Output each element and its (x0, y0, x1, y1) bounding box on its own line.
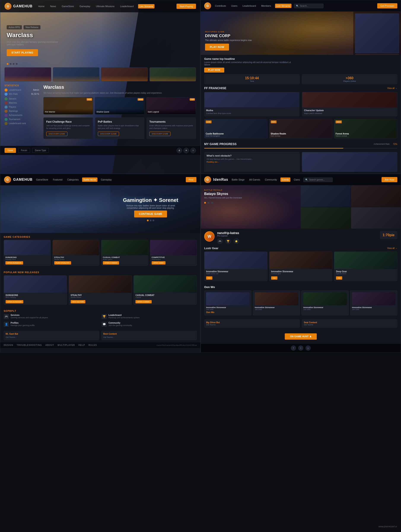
dot-3[interactable] (13, 63, 14, 65)
p4-oonwo-card-4[interactable]: Innovative Stonewear 100 1000 (350, 290, 397, 316)
bottom-nav-forum[interactable]: Forum (18, 148, 30, 153)
p4-nav-1[interactable]: Battle Siege (230, 177, 246, 182)
nav-gameplay[interactable]: Gameplay (78, 4, 92, 8)
social-icon-3[interactable]: ⚔ (190, 148, 196, 153)
p4-gear-btn-1[interactable]: Get (206, 276, 212, 280)
p4-gear-btn-3[interactable]: Get (336, 276, 342, 280)
p3-game-btn-1[interactable]: OPEN DUNGEON (6, 300, 23, 303)
hero-cta-button[interactable]: Start Playing (7, 49, 38, 56)
p4-dot-2[interactable] (208, 202, 209, 204)
p4-mini-hero-3[interactable] (301, 207, 351, 229)
nav-news[interactable]: News (49, 4, 58, 8)
nav-home[interactable]: Home (37, 4, 46, 8)
feature-btn-2[interactable]: DISCOVER GAME (98, 132, 119, 136)
p2-news-card-2[interactable]: Character Update Major patch released (302, 92, 397, 116)
p3-footer-link-3[interactable]: About (45, 344, 54, 346)
p4-mini-hero-4[interactable] (351, 207, 401, 229)
p3-dot-2[interactable] (150, 220, 151, 221)
p3-cat-btn-3[interactable]: OPEN COMBAT (103, 261, 119, 265)
game-card-1[interactable]: Fire Warrior HOT (43, 97, 93, 114)
nav-gamestore[interactable]: GameStore (60, 4, 75, 8)
feature-btn-1[interactable]: DISCOVER GAME (46, 132, 67, 136)
p3-footer-link-4[interactable]: Multiplayer (58, 344, 75, 346)
p4-nav-3[interactable]: Community (264, 177, 278, 182)
social-icon-1[interactable]: ♟ (176, 148, 182, 153)
nav-leaderboard[interactable]: Leaderboard (119, 4, 135, 8)
p3-game-1[interactable]: DUNGEONS RPG Fantasy OPEN DUNGEON (4, 275, 67, 305)
p4-oonwo-cta[interactable]: ON GAME HUNT ♟ (285, 333, 317, 340)
p4-oonwo-card-3[interactable]: Innovative Stonewear 100 1000 (301, 290, 349, 316)
nav-streams[interactable]: Live Streams (138, 4, 155, 8)
p3-dot-1[interactable] (147, 220, 149, 221)
p2-side-thumb-2[interactable] (355, 54, 399, 55)
p4-mini-hero-2[interactable] (351, 185, 401, 207)
p2-match-card-1[interactable]: LIVE Castle Battlezone Enter the dungeon (204, 119, 267, 138)
p2-nav-leaderboard[interactable]: Leaderboard (241, 4, 257, 8)
social-icon-2[interactable]: ★ (183, 148, 189, 153)
p2-side-thumb-1[interactable] (355, 13, 399, 53)
p2-match-card-2[interactable]: HOT Shadow Realm Dark fantasy (269, 119, 332, 138)
thumbnail-4[interactable] (149, 67, 196, 81)
p2-nav-btn[interactable]: Get Premium (377, 3, 397, 8)
p3-game-btn-3[interactable]: OPEN COMBAT (136, 300, 152, 303)
p4-gear-card-1[interactable]: Innovative Stonewear Battle armor set Ge… (204, 252, 267, 281)
p2-nav-users[interactable]: Users (230, 4, 239, 8)
p4-gear-card-3[interactable]: Deep Gear Special items Get (334, 252, 397, 281)
p3-nav-featured[interactable]: Featured (52, 177, 64, 182)
p4-oonwo-card-1[interactable]: Innovative Stonewear 100 1000 Oon Wo (204, 290, 252, 316)
p4-dot-3[interactable] (211, 202, 213, 204)
p3-cat-3[interactable]: CASUAL COMBAT Action game OPEN COMBAT (101, 240, 148, 266)
p4-search-input[interactable] (309, 178, 331, 181)
game-card-2[interactable]: Shadow Quest NEW (95, 97, 145, 114)
p3-nav-battle[interactable]: Battle Mode (82, 177, 97, 182)
p3-cat-4[interactable]: COMPETITIVE Tournament OPEN GAME (150, 240, 197, 266)
p3-cat-2[interactable]: STEALTHY Stealth action PLAY STEALTHY (52, 240, 100, 266)
social-facebook-icon[interactable]: f (291, 345, 296, 351)
bottom-nav-home[interactable]: Home (5, 148, 16, 153)
p4-profile-icon-2[interactable]: 🏆 (225, 238, 231, 244)
p3-nav-cats[interactable]: Categories (66, 177, 80, 182)
thumbnail-3[interactable] (101, 67, 148, 81)
thumbnail-2[interactable] (53, 67, 100, 81)
p2-search-input[interactable] (300, 5, 322, 7)
social-twitter-icon[interactable]: t (298, 345, 303, 351)
p3-game-2[interactable]: STEALTHY Stealth Action BEST ACTION (69, 275, 132, 305)
feature-btn-3[interactable]: DISCOVER GAME (149, 132, 170, 136)
p4-nav-2[interactable]: All Games (248, 177, 262, 182)
p3-cat-btn-4[interactable]: OPEN GAME (152, 261, 166, 265)
p3-nav-btn[interactable]: Find (186, 177, 196, 182)
p3-game-btn-2[interactable]: BEST ACTION (71, 300, 85, 303)
p3-footer-link-2[interactable]: Troubleshooting (17, 344, 42, 346)
p3-footer-link-5[interactable]: Help (78, 344, 85, 346)
p3-nav-gamestore[interactable]: GameStore (35, 177, 50, 182)
bottom-nav-gametype[interactable]: Game Type (32, 148, 49, 153)
social-youtube-icon[interactable]: y (305, 345, 311, 351)
p3-hero-cta[interactable]: CONTINUE GAME (134, 210, 167, 217)
p3-nav-gameplay[interactable]: Gameplay (100, 177, 113, 182)
p3-cat-btn-2[interactable]: PLAY STEALTHY (54, 261, 71, 265)
p4-gear-card-2[interactable]: Innovative Stonewear Combat gear Get (269, 252, 332, 281)
p3-footer-link-6[interactable]: Rules (89, 344, 97, 346)
p3-cat-1[interactable]: DUNGEONS Fantasy RPG OPEN DUNGEON (4, 240, 51, 266)
p2-news-card-1[interactable]: Mutha Combat best drop type score (204, 92, 299, 116)
p4-profile-icon-1[interactable]: 🎮 (217, 238, 223, 244)
p4-oonwo-card-2[interactable]: Innovative Stonewear 100 1000 (253, 290, 300, 316)
p2-achieve-card-2[interactable] (302, 152, 397, 172)
p2-news-more[interactable]: View all → (387, 87, 397, 89)
p2-game-cta[interactable]: PLAY NOW (204, 68, 224, 73)
p4-mini-hero-1[interactable] (301, 185, 351, 207)
dot-1[interactable] (7, 63, 8, 65)
p4-gear-btn-2[interactable]: Get (271, 276, 278, 280)
p3-footer-link-1[interactable]: Design (4, 344, 13, 346)
nav-cta-button[interactable]: Start Playing (176, 4, 196, 9)
p2-banner-cta[interactable]: Play Now (205, 44, 229, 51)
p4-nav-4[interactable]: Events (280, 177, 290, 182)
p3-game-3[interactable]: CASUAL COMBAT Casual OPEN COMBAT (134, 275, 197, 305)
p3-cat-btn-1[interactable]: OPEN DUNGEON (5, 261, 23, 265)
p2-match-card-3[interactable]: NEW Forest Arena Nature combat (334, 119, 397, 138)
dot-4[interactable] (16, 63, 18, 65)
p2-nav-members[interactable]: Members (260, 4, 272, 8)
nav-missions[interactable]: Ultimate Missions (95, 4, 116, 8)
dot-2[interactable] (10, 63, 12, 65)
game-card-3[interactable]: Dark Legend TOP (146, 97, 196, 114)
